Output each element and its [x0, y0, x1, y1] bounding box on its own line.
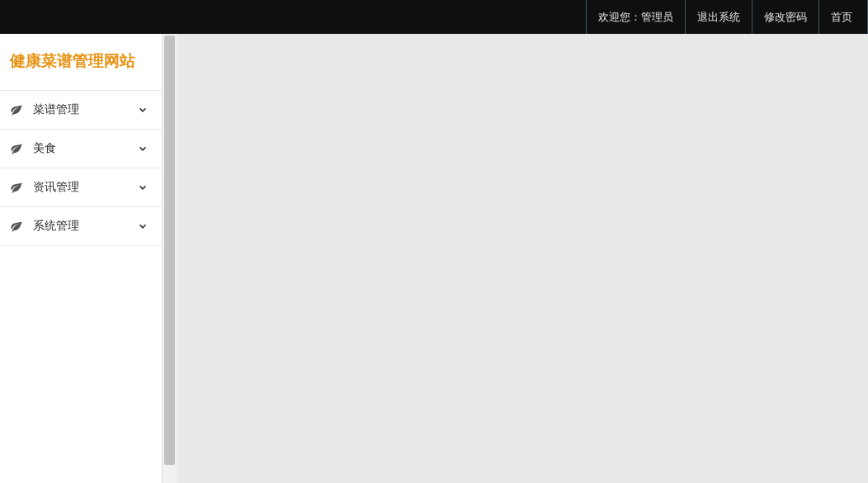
leaf-icon — [10, 142, 23, 155]
change-password-link[interactable]: 修改密码 — [752, 0, 818, 34]
content-wrapper — [163, 34, 868, 483]
chevron-down-icon — [137, 104, 149, 116]
sidebar-item-news[interactable]: 资讯管理 — [0, 168, 162, 206]
sidebar-item-label: 菜谱管理 — [33, 102, 137, 117]
scrollbar-thumb[interactable] — [164, 36, 175, 465]
home-link[interactable]: 首页 — [818, 0, 868, 34]
welcome-user: 管理员 — [641, 11, 673, 23]
logout-link[interactable]: 退出系统 — [685, 0, 752, 34]
leaf-icon — [10, 181, 23, 194]
site-title: 健康菜谱管理网站 — [0, 34, 162, 90]
main-container: 健康菜谱管理网站 菜谱管理 美食 资讯管理 — [0, 34, 868, 483]
sidebar-item-food[interactable]: 美食 — [0, 129, 162, 168]
scrollbar-track[interactable] — [163, 34, 177, 483]
sidebar-item-system[interactable]: 系统管理 — [0, 206, 162, 246]
chevron-down-icon — [137, 143, 149, 154]
sidebar-item-label: 系统管理 — [33, 219, 137, 234]
header-bar: 欢迎您：管理员 退出系统 修改密码 首页 — [0, 0, 868, 34]
sidebar-item-label: 资讯管理 — [33, 180, 137, 195]
chevron-down-icon — [137, 182, 149, 193]
sidebar: 健康菜谱管理网站 菜谱管理 美食 资讯管理 — [0, 34, 163, 483]
chevron-down-icon — [137, 220, 149, 232]
welcome-prefix: 欢迎您： — [598, 11, 641, 23]
content-area — [177, 34, 868, 483]
sidebar-item-recipes[interactable]: 菜谱管理 — [0, 90, 162, 129]
welcome-text: 欢迎您：管理员 — [586, 0, 685, 34]
leaf-icon — [10, 103, 23, 116]
sidebar-item-label: 美食 — [33, 141, 137, 156]
leaf-icon — [10, 220, 23, 233]
